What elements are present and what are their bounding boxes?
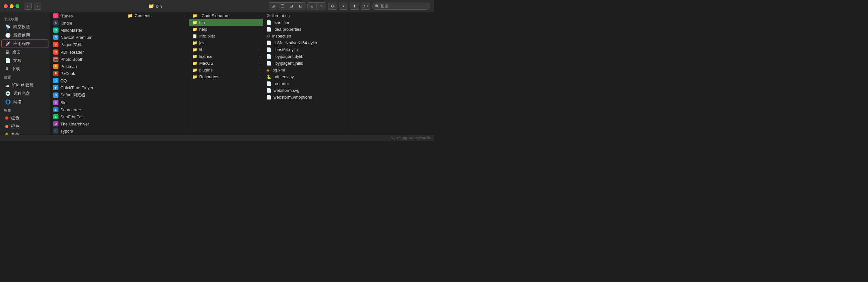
app-item-sourcetree[interactable]: S Sourcetree <box>50 106 124 113</box>
photobooth-label: Photo Booth <box>60 57 84 62</box>
sidebar-item-recent[interactable]: 🕐 最近使用 <box>1 31 49 39</box>
forward-button[interactable]: › <box>34 3 41 10</box>
idea-properties-file[interactable]: 📄 idea.properties <box>263 26 348 33</box>
minimize-button[interactable] <box>10 4 13 8</box>
log-xml-file[interactable]: ◈ log.xml <box>263 66 348 74</box>
sidebar-item-tag-orange[interactable]: 橙色 <box>1 122 49 131</box>
sidebar-section-tags: 标签 <box>0 106 50 114</box>
chevron-right-icon: › <box>259 55 259 58</box>
fsnotifier-file[interactable]: 📄 fsnotifier <box>263 19 348 26</box>
sidebar-label-yellow: 黄色 <box>11 132 20 135</box>
infoplist-file[interactable]: 📋 Info.plist <box>189 33 263 39</box>
sidebar-item-network[interactable]: 🌐 网络 <box>1 98 49 106</box>
bin-folder[interactable]: 📁 bin › <box>189 19 263 26</box>
documents-icon: 📄 <box>5 58 11 63</box>
sidebar: 个人收藏 📡 隔空投送 🕐 最近使用 🚀 应用程序 🖥 桌面 📄 文稿 ⬇ 下载… <box>0 12 50 135</box>
desktop-icon: 🖥 <box>5 50 10 55</box>
sidebar-item-tag-yellow[interactable]: 黄色 <box>1 131 49 135</box>
sidebar-item-documents[interactable]: 📄 文稿 <box>1 56 49 65</box>
app-item-siri[interactable]: S Siri <box>50 99 124 106</box>
sidebar-item-tag-red[interactable]: 红色 <box>1 114 49 122</box>
window-title: bin <box>156 4 162 9</box>
applications-icon: 🚀 <box>5 41 11 46</box>
gear-button[interactable]: ⚙ <box>328 3 337 10</box>
file-icon: 📄 <box>267 27 272 32</box>
arrange-dropdown[interactable]: ▾ <box>317 3 326 10</box>
chevron-right-icon: › <box>259 41 259 45</box>
lib-folder[interactable]: 📁 lib › <box>189 46 263 53</box>
sidebar-label-documents: 文稿 <box>13 58 22 63</box>
sidebar-item-remotecd[interactable]: 💿 远程光盘 <box>1 89 49 98</box>
webstorm-vmoptions-file[interactable]: 📄 webstorm.vmoptions <box>263 94 348 101</box>
traffic-lights <box>4 4 20 8</box>
sidebar-label-recent: 最近使用 <box>13 32 30 38</box>
app-item-qq[interactable]: Q QQ <box>50 77 124 84</box>
libmacnativekit-file[interactable]: 📄 libMacNativeKit64.dylib <box>263 39 348 46</box>
contents-folder[interactable]: 📁 Contents › <box>124 12 189 19</box>
app-item-pxcook[interactable]: P PxCook <box>50 70 124 77</box>
libyjpagent-dylib-file[interactable]: 📄 libyjpagent.dylib <box>263 53 348 60</box>
sidebar-item-desktop[interactable]: 🖥 桌面 <box>1 48 49 56</box>
app-item-mindmaster[interactable]: M MindMaster <box>50 27 124 34</box>
app-item-typora[interactable]: T Typora <box>50 128 124 135</box>
sidebar-label-airdrop: 隔空投送 <box>13 24 30 30</box>
restarter-file[interactable]: 📄 restarter <box>263 80 348 87</box>
format-sh-file[interactable]: ⚙ format.sh <box>263 12 348 19</box>
subethaedit-label: SubEthaEdit <box>60 114 84 119</box>
sidebar-label-downloads: 下载 <box>11 66 20 72</box>
app-item-itunes[interactable]: ♪ iTunes <box>50 12 124 20</box>
license-folder[interactable]: 📁 license › <box>189 53 263 60</box>
folder-icon: 📁 <box>192 27 197 32</box>
gear-dropdown[interactable]: ▾ <box>339 3 348 10</box>
app-item-quicktime[interactable]: ▶ QuickTime Player <box>50 84 124 91</box>
inspect-sh-file[interactable]: ⚙ inspect.sh <box>263 33 348 39</box>
chevron-right-icon: › <box>259 62 259 65</box>
sidebar-item-icloud[interactable]: ☁ iCloud 云盘 <box>1 81 49 89</box>
chevron-right-icon: › <box>259 68 259 72</box>
view-column-button[interactable]: ⊟ <box>287 3 296 10</box>
printenv-py-file[interactable]: 🐍 printenv.py <box>263 74 348 80</box>
app-item-kindle[interactable]: K Kindle <box>50 20 124 27</box>
codesignature-folder[interactable]: 📁 _CodeSignature › <box>189 12 263 19</box>
libyjpagent-jnilib-file[interactable]: 📄 libyjpagent.jnilib <box>263 60 348 66</box>
app-item-pages[interactable]: P Pages 文稿 <box>50 41 124 49</box>
resources-folder[interactable]: 📁 Resources › <box>189 74 263 80</box>
pxcook-icon: P <box>53 71 58 76</box>
back-button[interactable]: ‹ <box>24 3 32 10</box>
unarchiver-label: The Unarchiver <box>60 121 89 126</box>
jdk-folder[interactable]: 📁 jdk › <box>189 39 263 46</box>
sidebar-label-icloud: iCloud 云盘 <box>12 82 34 88</box>
macos-folder[interactable]: 📁 MacOS › <box>189 60 263 66</box>
folder-icon: 📁 <box>192 61 197 66</box>
search-box[interactable]: 🔍 搜索 <box>372 3 430 10</box>
app-item-pdfreader[interactable]: R PDF Reader <box>50 49 124 56</box>
folder-icon: 📁 <box>192 40 197 45</box>
sidebar-section-favorites: 个人收藏 <box>0 15 50 23</box>
close-button[interactable] <box>4 4 8 8</box>
plugins-folder[interactable]: 📁 plugins › <box>189 66 263 74</box>
app-item-unarchiver[interactable]: U The Unarchiver <box>50 120 124 128</box>
view-cover-button[interactable]: ⊡ <box>296 3 305 10</box>
sidebar-item-downloads[interactable]: ⬇ 下载 <box>1 65 49 73</box>
tag-button[interactable]: 🏷 <box>361 3 370 10</box>
app-item-subethaedit[interactable]: S SubEthaEdit <box>50 113 124 120</box>
view-icon-button[interactable]: ⊞ <box>269 3 278 10</box>
license-label: license <box>199 54 212 59</box>
app-item-navicat[interactable]: N Navicat Premium <box>50 34 124 41</box>
libnst64-file[interactable]: 📄 libnst64.dylib <box>263 46 348 53</box>
maximize-button[interactable] <box>16 4 20 8</box>
app-item-postman[interactable]: P Postman <box>50 63 124 70</box>
view-list-button[interactable]: ☰ <box>278 3 287 10</box>
sidebar-item-applications[interactable]: 🚀 应用程序 <box>1 39 49 48</box>
app-item-safari[interactable]: S Safari 浏览器 <box>50 91 124 99</box>
dylib-icon: 📄 <box>267 47 272 52</box>
arrange-button[interactable]: ⊞ <box>308 3 317 10</box>
python-icon: 🐍 <box>267 75 272 79</box>
jdk-label: jdk <box>199 40 205 45</box>
sidebar-item-airdrop[interactable]: 📡 隔空投送 <box>1 23 49 31</box>
webstorm-svg-file[interactable]: 📄 webstorm.svg <box>263 87 348 94</box>
help-folder[interactable]: 📁 help › <box>189 26 263 33</box>
share-button[interactable]: ⬆ <box>350 3 359 10</box>
app-item-photobooth[interactable]: 📷 Photo Booth <box>50 56 124 63</box>
sidebar-label-network: 网络 <box>13 99 22 105</box>
